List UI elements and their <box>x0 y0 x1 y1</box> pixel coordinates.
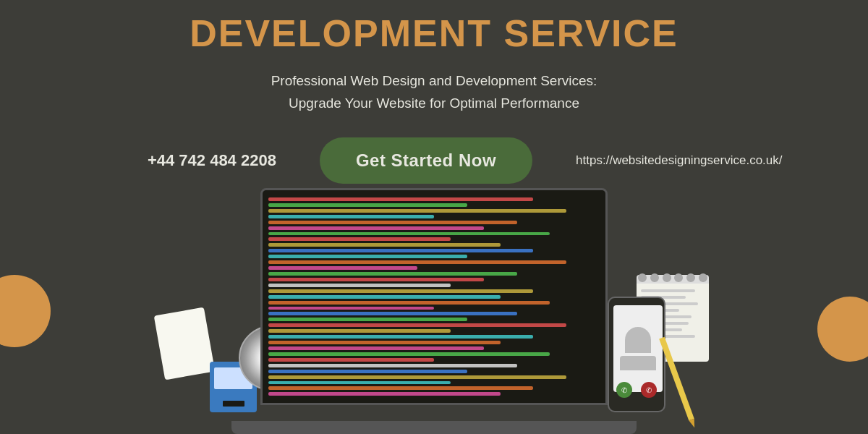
phone-avatar <box>625 327 651 353</box>
get-started-button[interactable]: Get Started Now <box>320 137 532 184</box>
illustration-area: ✆ ✆ <box>0 231 868 434</box>
website-url: https://websitedesigningservice.co.uk/ <box>576 151 720 170</box>
code-display <box>263 190 605 403</box>
notepad-rings <box>637 273 709 282</box>
phone-screen <box>613 305 663 392</box>
title-section: DEVELOPMENT SERVICE Professional Web Des… <box>0 0 868 114</box>
paper-decoration <box>154 307 216 380</box>
phone-avatar-body <box>620 356 656 370</box>
phone-icon: ✆ ✆ <box>608 297 665 412</box>
subtitle: Professional Web Design and Development … <box>0 70 868 114</box>
cta-row: +44 742 484 2208 Get Started Now https:/… <box>0 137 868 184</box>
main-title: DEVELOPMENT SERVICE <box>0 13 868 54</box>
call-accept-icon: ✆ <box>616 382 632 398</box>
call-decline-icon: ✆ <box>641 382 657 398</box>
phone-number: +44 742 484 2208 <box>148 151 276 170</box>
pencil-tip <box>689 419 697 429</box>
laptop-screen <box>260 188 608 405</box>
background: DEVELOPMENT SERVICE Professional Web Des… <box>0 0 868 434</box>
laptop-base <box>231 421 637 434</box>
